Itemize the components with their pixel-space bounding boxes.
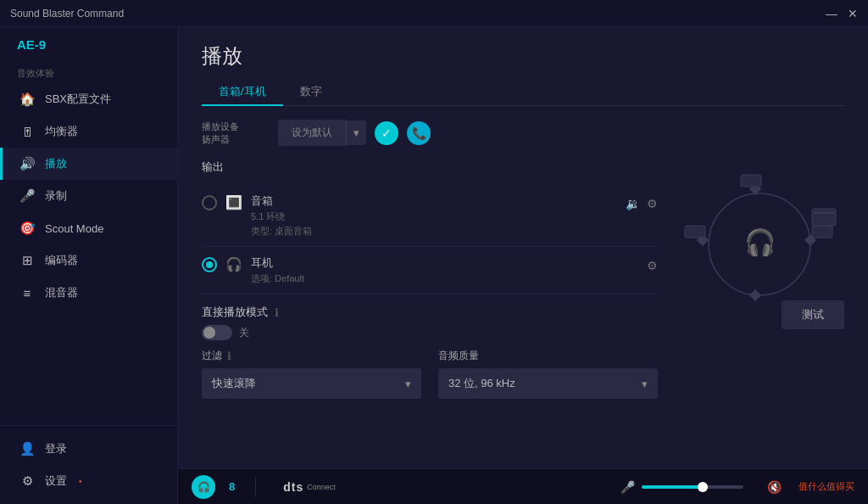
- speaker-volume-row: 🔇: [767, 480, 782, 494]
- headphone-option-sub1: 选项: Default: [251, 272, 638, 285]
- toggle-off-label: 关: [239, 326, 249, 340]
- sidebar-item-settings[interactable]: ⚙ 设置 •: [0, 465, 177, 497]
- volume-icon[interactable]: 🔉: [626, 197, 640, 210]
- radio-speaker[interactable]: [202, 195, 217, 210]
- quality-label: 音频质量: [438, 349, 658, 363]
- speaker-option-icon: 🔳: [225, 194, 242, 210]
- mic-icon: 🎤: [19, 188, 35, 204]
- settings-badge: •: [79, 477, 82, 486]
- headphone-settings-icon[interactable]: ⚙: [647, 259, 658, 272]
- main-panel: 播放 首箱/耳机 数字 播放设备 扬声器 设为默认 ▾ ✓ 📞: [178, 27, 868, 504]
- output-container: 输出 🔳 音箱 5.1 环绕 类型: 桌面音箱 🔉 ⚙: [202, 160, 844, 399]
- device-count: 8: [229, 480, 235, 493]
- headphone-bottom-icon: 🎧: [198, 481, 210, 493]
- playback-device-label: 播放设备 扬声器: [202, 120, 270, 146]
- tab-speaker-headphone[interactable]: 首箱/耳机: [202, 79, 283, 106]
- mic-volume-icon: 🎤: [620, 480, 635, 494]
- direct-mode-info-icon[interactable]: ℹ: [275, 306, 279, 319]
- mic-slider-fill: [642, 485, 703, 489]
- main-header: 播放 首箱/耳机 数字: [178, 27, 868, 106]
- quality-dropdown-arrow: ▾: [642, 378, 648, 390]
- dts-sub: Connect: [307, 483, 336, 491]
- set-default-dropdown[interactable]: ▾: [346, 120, 366, 145]
- filter-info-icon[interactable]: ℹ: [227, 350, 231, 362]
- radio-inner-headphone: [206, 261, 213, 268]
- sidebar-bottom: 👤 登录 ⚙ 设置 •: [0, 425, 177, 504]
- mixer-icon: ≡: [19, 286, 35, 300]
- test-button[interactable]: 测试: [782, 300, 844, 329]
- sidebar-item-sbx[interactable]: 🏠 SBX配置文件: [0, 83, 177, 115]
- headphone-option-details: 耳机 选项: Default: [251, 255, 638, 285]
- headphone-option-actions: ⚙: [647, 259, 658, 272]
- equalizer-icon: 🎚: [19, 125, 35, 139]
- sidebar: AE-9 音效体验 🏠 SBX配置文件 🎚 均衡器 🔊 播放 🎤 录制 🎯 Sc…: [0, 27, 178, 504]
- svg-rect-6: [812, 226, 832, 238]
- minimize-button[interactable]: —: [826, 7, 837, 20]
- direct-mode-toggle[interactable]: [202, 325, 232, 340]
- sidebar-item-encoder[interactable]: ⊞ 编码器: [0, 244, 177, 277]
- close-button[interactable]: ✕: [848, 7, 858, 20]
- filter-label: 过滤 ℹ: [202, 349, 421, 363]
- speaker-option-details: 音箱 5.1 环绕 类型: 桌面音箱: [251, 193, 617, 238]
- gear-icon: ⚙: [19, 473, 35, 489]
- radio-headphone[interactable]: [202, 257, 217, 272]
- watermark: 值什么值得买: [798, 480, 854, 493]
- main-content: 播放设备 扬声器 设为默认 ▾ ✓ 📞 输出 🔳: [178, 106, 868, 468]
- set-default-button[interactable]: 设为默认: [278, 120, 346, 146]
- dts-logo: dts Connect: [283, 480, 336, 494]
- speaker-option-actions: 🔉 ⚙: [626, 197, 658, 210]
- app-title: Sound Blaster Command: [10, 8, 124, 20]
- mic-slider-track[interactable]: [642, 485, 743, 489]
- direct-mode-row: 直接播放模式 ℹ: [202, 305, 658, 320]
- sidebar-label-mixer: 混音器: [45, 285, 78, 300]
- divider: [255, 477, 256, 497]
- filter-dropdown[interactable]: 快速滚降 ▾: [202, 368, 421, 399]
- sidebar-item-record[interactable]: 🎤 录制: [0, 180, 177, 212]
- page-title: 播放: [202, 42, 844, 70]
- speaker-option-sub2: 类型: 桌面音箱: [251, 225, 617, 238]
- confirm-icon[interactable]: ✓: [375, 121, 398, 145]
- headphone-option-icon: 🎧: [225, 256, 242, 272]
- svg-rect-5: [741, 175, 761, 187]
- speaker-diagram: 🎧 测试: [675, 160, 844, 329]
- bottom-bar: 🎧 8 dts Connect 🎤 🔇 值什么值得买: [178, 468, 868, 504]
- playback-device-row: 播放设备 扬声器 设为默认 ▾ ✓ 📞: [202, 120, 844, 146]
- sidebar-section-label: 音效体验: [0, 60, 177, 83]
- svg-text:🎧: 🎧: [744, 227, 776, 258]
- tab-bar: 首箱/耳机 数字: [202, 78, 844, 106]
- encoder-icon: ⊞: [19, 253, 35, 268]
- speaker-option-name: 音箱: [251, 193, 617, 209]
- quality-box: 音频质量 32 位, 96 kHz ▾: [438, 349, 658, 399]
- sidebar-item-scout[interactable]: 🎯 Scout Mode: [0, 212, 177, 244]
- device-badge: 🎧: [192, 475, 215, 499]
- speaker-volume-icon: 🔇: [767, 480, 782, 494]
- svg-rect-8: [812, 209, 836, 226]
- sidebar-label-record: 录制: [45, 188, 67, 204]
- output-option-headphone: 🎧 耳机 选项: Default ⚙: [202, 247, 658, 294]
- window-controls: — ✕: [826, 7, 858, 20]
- settings-option-icon[interactable]: ⚙: [647, 197, 658, 210]
- sidebar-item-login[interactable]: 👤 登录: [0, 433, 177, 465]
- filter-box: 过滤 ℹ 快速滚降 ▾: [202, 349, 421, 399]
- mic-slider-thumb: [698, 482, 708, 492]
- user-icon: 👤: [19, 441, 35, 456]
- mic-volume-row: 🎤: [620, 480, 743, 494]
- sidebar-item-equalizer[interactable]: 🎚 均衡器: [0, 115, 177, 148]
- filter-quality-row: 过滤 ℹ 快速滚降 ▾ 音频质量: [202, 349, 658, 399]
- direct-mode-label: 直接播放模式: [202, 305, 268, 320]
- output-options: 输出 🔳 音箱 5.1 环绕 类型: 桌面音箱 🔉 ⚙: [202, 160, 658, 399]
- svg-rect-3: [749, 289, 761, 301]
- tab-digital[interactable]: 数字: [283, 79, 339, 106]
- speaker-option-sub1: 5.1 环绕: [251, 210, 617, 223]
- sidebar-label-equalizer: 均衡器: [45, 124, 78, 139]
- dts-text: dts: [283, 480, 303, 494]
- home-icon: 🏠: [19, 92, 35, 107]
- quality-dropdown[interactable]: 32 位, 96 kHz ▾: [438, 368, 658, 399]
- phone-icon[interactable]: 📞: [407, 121, 431, 145]
- scout-icon: 🎯: [19, 221, 35, 236]
- svg-rect-7: [685, 226, 705, 238]
- sidebar-item-mixer[interactable]: ≡ 混音器: [0, 277, 177, 309]
- sidebar-label-playback: 播放: [45, 156, 67, 171]
- sidebar-item-playback[interactable]: 🔊 播放: [0, 148, 177, 180]
- app-container: AE-9 音效体验 🏠 SBX配置文件 🎚 均衡器 🔊 播放 🎤 录制 🎯 Sc…: [0, 27, 868, 504]
